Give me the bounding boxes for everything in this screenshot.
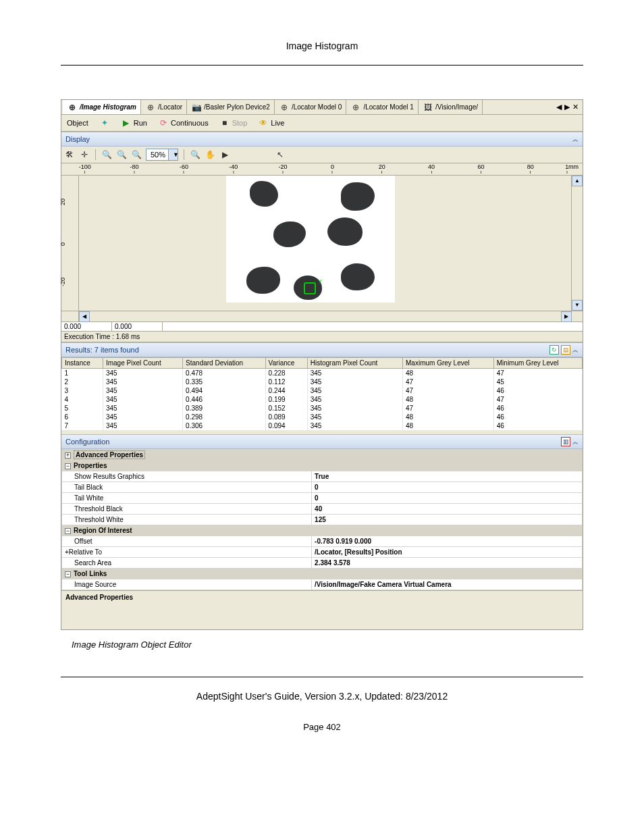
table-cell: 345 <box>103 404 182 413</box>
scroll-left-icon[interactable]: ◀ <box>79 311 90 322</box>
results-refresh-icon[interactable]: ↻ <box>549 345 559 355</box>
run-button[interactable]: ▶Run <box>118 117 150 129</box>
collapse-icon[interactable] <box>572 345 579 355</box>
tab-vision-image[interactable]: 🖼 /Vision/Image/ <box>419 100 483 114</box>
table-row[interactable]: 53450.3890.1523454746 <box>62 404 583 413</box>
prop-row[interactable]: Threshold Black40 <box>62 504 583 515</box>
zoom-select[interactable]: 50% ▼ <box>146 149 178 161</box>
tools-icon[interactable]: 🛠 <box>64 149 75 160</box>
collapse-icon[interactable]: − <box>65 571 71 577</box>
table-cell: 47 <box>493 395 582 404</box>
pointer-icon[interactable]: ▶ <box>219 149 230 160</box>
prop-value[interactable]: 40 <box>312 504 583 515</box>
continuous-button[interactable]: ⟳Continuous <box>155 117 211 129</box>
prop-row[interactable]: Image Source/Vision/Image/Fake Camera Vi… <box>62 579 583 590</box>
property-grid: +Advanced Properties −Properties Show Re… <box>61 449 583 590</box>
stop-button[interactable]: ■Stop <box>217 117 250 129</box>
ruler-tick: 0 <box>59 242 66 246</box>
category-tool-links[interactable]: Tool Links <box>74 570 107 577</box>
table-row[interactable]: 33450.4940.2443454746 <box>62 386 583 395</box>
crosshair-icon[interactable]: ✛ <box>79 149 90 160</box>
prop-value[interactable]: True <box>312 471 583 482</box>
prop-row[interactable]: Search Area2.384 3.578 <box>62 558 583 569</box>
prop-value[interactable]: 0 <box>312 493 583 504</box>
table-cell: 0.389 <box>183 404 266 413</box>
pan-icon[interactable]: ✋ <box>205 149 215 160</box>
expand-icon[interactable]: + <box>65 452 71 459</box>
table-row[interactable]: 43450.4460.1993454847 <box>62 395 583 404</box>
scroll-right-icon[interactable]: ▶ <box>561 311 572 322</box>
ruler-tick: 40 <box>428 163 435 174</box>
tab-image-histogram[interactable]: ⊕ /Image Histogram <box>63 100 141 114</box>
prop-row[interactable]: Offset-0.783 0.919 0.000 <box>62 536 583 547</box>
category-properties[interactable]: Properties <box>74 462 107 469</box>
prop-row[interactable]: Tail Black0 <box>62 482 583 493</box>
table-row[interactable]: 63450.2980.0893454846 <box>62 413 583 421</box>
prop-row[interactable]: +Relative To/Locator, [Results] Position <box>62 547 583 558</box>
play-icon: ▶ <box>121 118 132 128</box>
tab-prev-icon[interactable]: ◀ <box>556 103 562 111</box>
dropdown-icon[interactable]: ▼ <box>168 149 178 160</box>
prop-value[interactable]: -0.783 0.919 0.000 <box>312 536 583 547</box>
table-cell: 345 <box>103 386 182 395</box>
config-panel-header[interactable]: Configuration ▥ <box>61 434 583 449</box>
scroll-up-icon[interactable]: ▲ <box>572 176 583 186</box>
histogram-icon: ⊕ <box>67 102 78 113</box>
image-icon: 🖼 <box>423 102 433 113</box>
prop-value[interactable]: 2.384 3.578 <box>312 558 583 569</box>
column-header[interactable]: Variance <box>265 358 307 369</box>
config-icon[interactable]: ▥ <box>561 437 570 446</box>
tab-locator[interactable]: ⊕ /Locator <box>141 100 187 114</box>
prop-row[interactable]: Tail White0 <box>62 493 583 504</box>
live-button[interactable]: 👁Live <box>255 117 287 129</box>
tab-model-1[interactable]: ⊕ /Locator Model 1 <box>346 100 419 114</box>
table-row[interactable]: 13450.4780.2283454847 <box>62 369 583 378</box>
category-roi[interactable]: Region Of Interest <box>74 527 132 534</box>
table-cell: 1 <box>62 369 103 378</box>
prop-value[interactable]: /Vision/Image/Fake Camera Virtual Camera <box>312 579 583 590</box>
collapse-icon[interactable]: − <box>65 528 71 534</box>
tab-basler[interactable]: 📷 /Basler Pylon Device2 <box>187 100 275 114</box>
table-row[interactable]: 23450.3350.1123454745 <box>62 377 583 386</box>
display-panel-header[interactable]: Display <box>61 132 583 147</box>
ruler-horizontal: -100 -80 -60 -40 -20 0 20 40 60 80 1 mm <box>61 163 583 176</box>
table-cell: 345 <box>307 369 402 378</box>
horizontal-scrollbar[interactable]: ◀ ▶ <box>79 311 572 321</box>
table-cell: 47 <box>493 369 582 378</box>
vertical-scrollbar[interactable]: ▲ ▼ <box>572 176 583 311</box>
table-cell: 0.152 <box>265 404 307 413</box>
zoom-fit-icon[interactable]: 🔍 <box>131 149 142 160</box>
results-view-icon[interactable]: ▤ <box>561 345 570 355</box>
table-cell: 345 <box>307 386 402 395</box>
table-cell: 345 <box>307 413 402 421</box>
prop-row[interactable]: Show Results GraphicsTrue <box>62 471 583 482</box>
zoom-region-icon[interactable]: 🔍 <box>190 149 200 160</box>
prop-value[interactable]: 0 <box>312 482 583 493</box>
column-header[interactable]: Instance <box>62 358 103 369</box>
table-cell: 0.089 <box>265 413 307 421</box>
column-header[interactable]: Histogram Pixel Count <box>307 358 402 369</box>
table-row[interactable]: 73450.3060.0943454846 <box>62 421 583 430</box>
collapse-icon[interactable]: − <box>65 463 71 469</box>
prop-value[interactable]: 125 <box>312 515 583 525</box>
tab-close-icon[interactable]: ✕ <box>572 103 579 111</box>
column-header[interactable]: Image Pixel Count <box>103 358 182 369</box>
results-panel-header[interactable]: Results: 7 items found ↻ ▤ <box>61 342 583 357</box>
prop-value[interactable]: /Locator, [Results] Position <box>312 547 583 558</box>
tab-model-0[interactable]: ⊕ /Locator Model 0 <box>275 100 347 114</box>
live-label: Live <box>271 119 284 127</box>
category-advanced[interactable]: Advanced Properties <box>74 450 145 459</box>
column-header[interactable]: Minimum Grey Level <box>493 358 582 369</box>
prop-row[interactable]: Threshold White125 <box>62 515 583 525</box>
zoom-out-icon[interactable]: 🔍 <box>116 149 127 160</box>
tab-next-icon[interactable]: ▶ <box>564 103 570 111</box>
scroll-down-icon[interactable]: ▼ <box>572 300 583 311</box>
column-header[interactable]: Maximum Grey Level <box>403 358 494 369</box>
tab-label: /Locator Model 0 <box>292 103 342 111</box>
zoom-in-icon[interactable]: 🔍 <box>101 149 112 160</box>
collapse-icon[interactable] <box>572 134 579 144</box>
column-header[interactable]: Standard Deviation <box>183 358 266 369</box>
image-canvas[interactable]: Y <box>79 176 572 311</box>
collapse-icon[interactable] <box>572 437 579 446</box>
wand-button[interactable]: ✦ <box>97 117 113 129</box>
